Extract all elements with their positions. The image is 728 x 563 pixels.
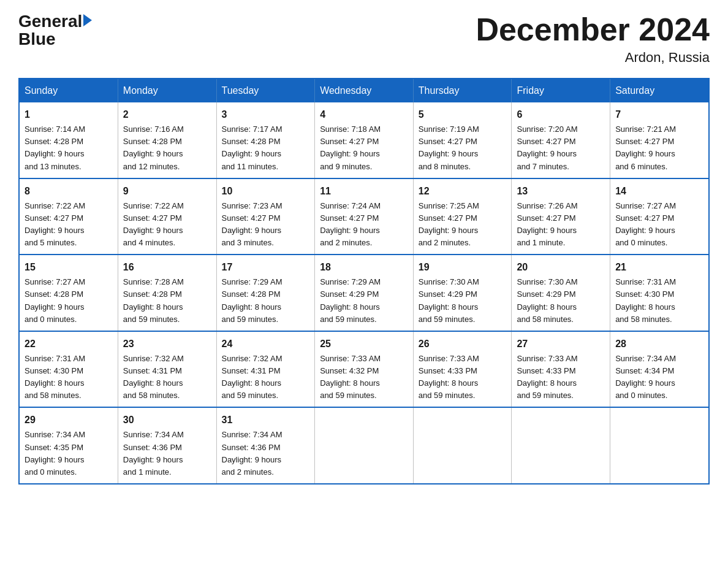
calendar-cell: 11Sunrise: 7:24 AM Sunset: 4:27 PM Dayli… [315,178,414,255]
day-info: Sunrise: 7:22 AM Sunset: 4:27 PM Dayligh… [25,200,113,250]
day-info: Sunrise: 7:23 AM Sunset: 4:27 PM Dayligh… [222,200,310,250]
day-number: 22 [25,337,113,351]
calendar-week-row: 8Sunrise: 7:22 AM Sunset: 4:27 PM Daylig… [19,178,709,255]
day-number: 7 [615,107,703,122]
day-number: 30 [123,413,211,427]
day-number: 3 [222,107,310,122]
day-number: 6 [517,107,605,122]
header-sunday: Sunday [19,79,118,102]
day-number: 17 [222,260,310,275]
calendar-cell: 23Sunrise: 7:32 AM Sunset: 4:31 PM Dayli… [118,331,216,408]
calendar-cell: 28Sunrise: 7:34 AM Sunset: 4:34 PM Dayli… [610,331,709,408]
day-number: 13 [517,184,605,199]
day-info: Sunrise: 7:27 AM Sunset: 4:27 PM Dayligh… [615,200,703,250]
day-number: 18 [320,260,408,275]
calendar-cell: 15Sunrise: 7:27 AM Sunset: 4:28 PM Dayli… [19,255,118,331]
day-number: 15 [25,260,113,275]
calendar-cell: 17Sunrise: 7:29 AM Sunset: 4:28 PM Dayli… [216,255,315,331]
day-number: 2 [123,107,211,122]
day-info: Sunrise: 7:14 AM Sunset: 4:28 PM Dayligh… [25,123,113,173]
day-number: 20 [517,260,605,275]
calendar-cell: 9Sunrise: 7:22 AM Sunset: 4:27 PM Daylig… [118,178,216,255]
day-info: Sunrise: 7:21 AM Sunset: 4:27 PM Dayligh… [615,123,703,173]
day-info: Sunrise: 7:20 AM Sunset: 4:27 PM Dayligh… [517,123,605,173]
day-info: Sunrise: 7:32 AM Sunset: 4:31 PM Dayligh… [123,353,211,402]
day-number: 31 [222,413,310,427]
day-number: 1 [25,107,113,122]
day-number: 10 [222,184,310,199]
day-info: Sunrise: 7:26 AM Sunset: 4:27 PM Dayligh… [517,200,605,250]
day-info: Sunrise: 7:22 AM Sunset: 4:27 PM Dayligh… [123,200,211,250]
day-info: Sunrise: 7:30 AM Sunset: 4:29 PM Dayligh… [419,276,507,326]
day-number: 19 [419,260,507,275]
calendar-cell: 19Sunrise: 7:30 AM Sunset: 4:29 PM Dayli… [413,255,512,331]
calendar-cell: 5Sunrise: 7:19 AM Sunset: 4:27 PM Daylig… [413,102,512,178]
day-info: Sunrise: 7:29 AM Sunset: 4:29 PM Dayligh… [320,276,408,326]
day-number: 29 [25,413,113,427]
calendar-cell [413,407,512,484]
title-section: December 2024 Ardon, Russia [476,12,710,66]
day-info: Sunrise: 7:30 AM Sunset: 4:29 PM Dayligh… [517,276,605,326]
day-number: 28 [615,337,703,351]
calendar-cell: 26Sunrise: 7:33 AM Sunset: 4:33 PM Dayli… [413,331,512,408]
day-info: Sunrise: 7:34 AM Sunset: 4:36 PM Dayligh… [123,429,211,478]
day-info: Sunrise: 7:28 AM Sunset: 4:28 PM Dayligh… [123,276,211,326]
calendar-cell: 20Sunrise: 7:30 AM Sunset: 4:29 PM Dayli… [512,255,610,331]
day-number: 9 [123,184,211,199]
calendar-cell: 12Sunrise: 7:25 AM Sunset: 4:27 PM Dayli… [413,178,512,255]
header-wednesday: Wednesday [315,79,414,102]
calendar-cell [610,407,709,484]
day-number: 12 [419,184,507,199]
logo-blue: Blue [18,30,56,49]
day-info: Sunrise: 7:34 AM Sunset: 4:36 PM Dayligh… [222,429,310,478]
day-number: 27 [517,337,605,351]
calendar-cell: 31Sunrise: 7:34 AM Sunset: 4:36 PM Dayli… [216,407,315,484]
calendar-cell: 6Sunrise: 7:20 AM Sunset: 4:27 PM Daylig… [512,102,610,178]
calendar-cell: 14Sunrise: 7:27 AM Sunset: 4:27 PM Dayli… [610,178,709,255]
calendar-cell: 3Sunrise: 7:17 AM Sunset: 4:28 PM Daylig… [216,102,315,178]
calendar-cell [512,407,610,484]
calendar-week-row: 29Sunrise: 7:34 AM Sunset: 4:35 PM Dayli… [19,407,709,484]
calendar-table: SundayMondayTuesdayWednesdayThursdayFrid… [18,78,710,484]
location: Ardon, Russia [476,50,710,66]
day-number: 4 [320,107,408,122]
calendar-cell: 10Sunrise: 7:23 AM Sunset: 4:27 PM Dayli… [216,178,315,255]
calendar-cell: 30Sunrise: 7:34 AM Sunset: 4:36 PM Dayli… [118,407,216,484]
day-number: 16 [123,260,211,275]
calendar-cell: 27Sunrise: 7:33 AM Sunset: 4:33 PM Dayli… [512,331,610,408]
day-number: 11 [320,184,408,199]
calendar-cell: 2Sunrise: 7:16 AM Sunset: 4:28 PM Daylig… [118,102,216,178]
calendar-cell: 13Sunrise: 7:26 AM Sunset: 4:27 PM Dayli… [512,178,610,255]
calendar-cell: 4Sunrise: 7:18 AM Sunset: 4:27 PM Daylig… [315,102,414,178]
day-info: Sunrise: 7:33 AM Sunset: 4:33 PM Dayligh… [419,353,507,402]
day-number: 24 [222,337,310,351]
header-thursday: Thursday [413,79,512,102]
header-friday: Friday [512,79,610,102]
day-number: 25 [320,337,408,351]
calendar-week-row: 22Sunrise: 7:31 AM Sunset: 4:30 PM Dayli… [19,331,709,408]
day-info: Sunrise: 7:33 AM Sunset: 4:32 PM Dayligh… [320,353,408,402]
day-info: Sunrise: 7:33 AM Sunset: 4:33 PM Dayligh… [517,353,605,402]
calendar-cell: 29Sunrise: 7:34 AM Sunset: 4:35 PM Dayli… [19,407,118,484]
header-monday: Monday [118,79,216,102]
calendar-cell: 8Sunrise: 7:22 AM Sunset: 4:27 PM Daylig… [19,178,118,255]
calendar-cell: 25Sunrise: 7:33 AM Sunset: 4:32 PM Dayli… [315,331,414,408]
day-info: Sunrise: 7:34 AM Sunset: 4:35 PM Dayligh… [25,429,113,478]
day-number: 21 [615,260,703,275]
day-number: 14 [615,184,703,199]
header-tuesday: Tuesday [216,79,315,102]
calendar-cell: 1Sunrise: 7:14 AM Sunset: 4:28 PM Daylig… [19,102,118,178]
calendar-cell: 24Sunrise: 7:32 AM Sunset: 4:31 PM Dayli… [216,331,315,408]
day-info: Sunrise: 7:31 AM Sunset: 4:30 PM Dayligh… [615,276,703,326]
logo-general: General [18,12,82,31]
calendar-cell: 21Sunrise: 7:31 AM Sunset: 4:30 PM Dayli… [610,255,709,331]
header-saturday: Saturday [610,79,709,102]
day-info: Sunrise: 7:25 AM Sunset: 4:27 PM Dayligh… [419,200,507,250]
calendar-cell: 7Sunrise: 7:21 AM Sunset: 4:27 PM Daylig… [610,102,709,178]
calendar-week-row: 15Sunrise: 7:27 AM Sunset: 4:28 PM Dayli… [19,255,709,331]
day-info: Sunrise: 7:24 AM Sunset: 4:27 PM Dayligh… [320,200,408,250]
day-info: Sunrise: 7:19 AM Sunset: 4:27 PM Dayligh… [419,123,507,173]
calendar-header-row: SundayMondayTuesdayWednesdayThursdayFrid… [19,79,709,102]
day-info: Sunrise: 7:34 AM Sunset: 4:34 PM Dayligh… [615,353,703,402]
calendar-cell: 18Sunrise: 7:29 AM Sunset: 4:29 PM Dayli… [315,255,414,331]
